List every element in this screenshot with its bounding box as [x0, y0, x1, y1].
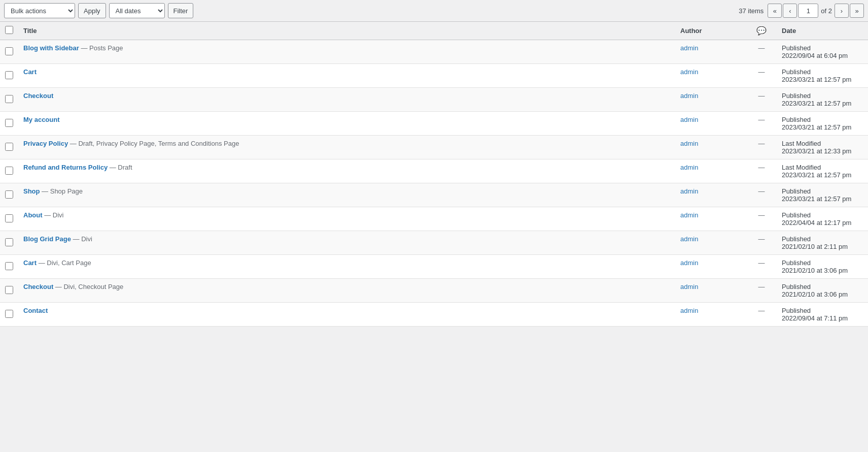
row-checkbox[interactable]	[5, 262, 13, 270]
row-author-cell: admin	[675, 279, 746, 303]
row-comments-cell: —	[746, 64, 777, 88]
author-link[interactable]: admin	[680, 187, 698, 195]
row-date-cell: Published 2023/03/21 at 12:57 pm	[777, 112, 868, 136]
apply-button[interactable]: Apply	[78, 3, 106, 18]
page-title-link[interactable]: My account	[23, 116, 60, 123]
row-date-cell: Published 2021/02/10 at 2:11 pm	[777, 231, 868, 255]
author-link[interactable]: admin	[680, 164, 698, 171]
row-date-cell: Last Modified 2023/03/21 at 12:33 pm	[777, 136, 868, 159]
row-checkbox[interactable]	[5, 286, 13, 294]
page-title-link[interactable]: Shop	[23, 187, 40, 195]
row-author-cell: admin	[675, 40, 746, 64]
author-link[interactable]: admin	[680, 44, 698, 52]
row-checkbox-cell	[0, 207, 18, 231]
row-date-cell: Published 2022/09/04 at 6:04 pm	[777, 40, 868, 64]
page-title-link[interactable]: Checkout	[23, 92, 53, 100]
row-checkbox[interactable]	[5, 310, 13, 318]
table-row: Blog Grid Page — Divi admin — Published …	[0, 231, 868, 255]
date-value: 2022/09/04 at 6:04 pm	[782, 52, 848, 59]
prev-page-button[interactable]: ‹	[783, 4, 797, 18]
author-link[interactable]: admin	[680, 211, 698, 219]
row-checkbox[interactable]	[5, 190, 13, 199]
author-link[interactable]: admin	[680, 68, 698, 76]
row-comments-cell: —	[746, 255, 777, 279]
row-author-cell: admin	[675, 64, 746, 88]
page-number-input[interactable]	[798, 4, 818, 18]
page-title-link[interactable]: Contact	[23, 307, 48, 314]
pages-table-wrap: Bulk actions Apply All dates Filter 37 i…	[0, 0, 868, 327]
row-checkbox[interactable]	[5, 214, 13, 222]
page-title-link[interactable]: Cart	[23, 259, 37, 267]
page-title-suffix: — Divi	[43, 211, 64, 219]
title-column-header[interactable]: Title	[18, 22, 675, 40]
author-link[interactable]: admin	[680, 259, 698, 267]
table-row: Blog with Sidebar — Posts Page admin — P…	[0, 40, 868, 64]
first-page-button[interactable]: «	[768, 4, 782, 18]
comments-value: —	[758, 92, 765, 100]
date-column-header[interactable]: Date	[777, 22, 868, 40]
author-link[interactable]: admin	[680, 283, 698, 290]
page-title-link[interactable]: Checkout	[23, 283, 53, 290]
row-title-cell: About — Divi	[18, 207, 675, 231]
comments-value: —	[758, 235, 765, 243]
date-status: Published	[782, 116, 811, 123]
table-row: Contact admin — Published 2022/09/04 at …	[0, 303, 868, 327]
page-of-text: of 2	[821, 7, 832, 15]
page-title-suffix: — Divi	[71, 235, 92, 243]
row-checkbox[interactable]	[5, 95, 13, 103]
table-row: Checkout admin — Published 2023/03/21 at…	[0, 88, 868, 112]
row-checkbox[interactable]	[5, 47, 13, 55]
row-date-cell: Published 2022/04/04 at 12:17 pm	[777, 207, 868, 231]
page-title-link[interactable]: Refund and Returns Policy	[23, 164, 108, 171]
page-title-suffix: — Shop Page	[40, 187, 83, 195]
row-author-cell: admin	[675, 231, 746, 255]
date-filter-select[interactable]: All dates	[109, 3, 165, 18]
select-all-checkbox[interactable]	[5, 26, 13, 34]
row-author-cell: admin	[675, 255, 746, 279]
select-all-header	[0, 22, 18, 40]
author-link[interactable]: admin	[680, 307, 698, 314]
date-status: Published	[782, 68, 811, 76]
bulk-actions-select[interactable]: Bulk actions	[4, 3, 75, 18]
row-date-cell: Published 2021/02/10 at 3:06 pm	[777, 279, 868, 303]
row-author-cell: admin	[675, 183, 746, 207]
page-title-link[interactable]: Cart	[23, 68, 37, 76]
row-comments-cell: —	[746, 207, 777, 231]
row-checkbox-cell	[0, 303, 18, 327]
filter-button[interactable]: Filter	[168, 3, 194, 18]
last-page-button[interactable]: »	[850, 4, 864, 18]
row-checkbox[interactable]	[5, 238, 13, 246]
comment-bubble-icon: 💬	[756, 26, 767, 35]
page-title-suffix: — Divi, Checkout Page	[53, 283, 123, 290]
comments-value: —	[758, 140, 765, 147]
row-checkbox[interactable]	[5, 119, 13, 127]
comments-value: —	[758, 116, 765, 123]
row-checkbox[interactable]	[5, 71, 13, 79]
page-title-suffix: — Posts Page	[79, 44, 123, 52]
date-status: Published	[782, 44, 811, 52]
page-title-link[interactable]: Privacy Policy	[23, 140, 68, 147]
row-comments-cell: —	[746, 183, 777, 207]
author-column-header: Author	[675, 22, 746, 40]
page-title-link[interactable]: Blog Grid Page	[23, 235, 71, 243]
author-link[interactable]: admin	[680, 235, 698, 243]
author-link[interactable]: admin	[680, 116, 698, 123]
row-author-cell: admin	[675, 136, 746, 159]
row-title-cell: Contact	[18, 303, 675, 327]
next-page-button[interactable]: ›	[835, 4, 849, 18]
row-checkbox[interactable]	[5, 143, 13, 151]
page-title-link[interactable]: Blog with Sidebar	[23, 44, 79, 52]
table-row: My account admin — Published 2023/03/21 …	[0, 112, 868, 136]
row-author-cell: admin	[675, 88, 746, 112]
row-comments-cell: —	[746, 40, 777, 64]
table-body: Blog with Sidebar — Posts Page admin — P…	[0, 40, 868, 327]
date-value: 2021/02/10 at 3:06 pm	[782, 290, 848, 298]
author-link[interactable]: admin	[680, 140, 698, 147]
author-link[interactable]: admin	[680, 92, 698, 100]
table-row: Refund and Returns Policy — Draft admin …	[0, 159, 868, 183]
row-checkbox-cell	[0, 88, 18, 112]
page-title-link[interactable]: About	[23, 211, 43, 219]
row-checkbox[interactable]	[5, 167, 13, 175]
comments-value: —	[758, 187, 765, 195]
date-value: 2023/03/21 at 12:57 pm	[782, 171, 851, 179]
